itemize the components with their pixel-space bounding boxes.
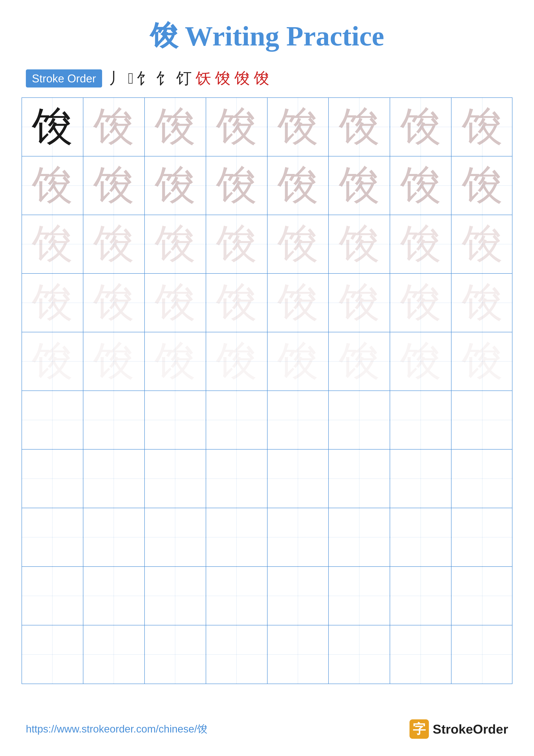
grid-row-1: 馂 馂 馂 馂 馂 馂 馂 馂	[22, 98, 512, 156]
grid-cell-5-8[interactable]: 馂	[451, 332, 513, 391]
grid-cell-9-6[interactable]	[329, 567, 390, 625]
grid-cell-3-5[interactable]: 馂	[267, 215, 329, 273]
grid-cell-6-5[interactable]	[267, 391, 329, 449]
grid-cell-8-8[interactable]	[451, 508, 513, 566]
grid-cell-4-6[interactable]: 馂	[329, 274, 390, 332]
page-title: 馂 Writing Practice	[0, 0, 534, 55]
grid-cell-10-8[interactable]	[451, 625, 513, 684]
grid-cell-8-7[interactable]	[390, 508, 451, 566]
grid-cell-6-6[interactable]	[329, 391, 390, 449]
grid-cell-5-3[interactable]: 馂	[145, 332, 206, 391]
stroke-sequence: 丿 𠂆 饣 饣 饤 饫 馂 馂 馂	[109, 68, 269, 89]
grid-cell-7-3[interactable]	[145, 449, 206, 508]
grid-row-4: 馂 馂 馂 馂 馂 馂 馂 馂	[22, 274, 512, 332]
grid-cell-9-2[interactable]	[83, 567, 145, 625]
stroke-8: 馂	[234, 68, 250, 89]
grid-cell-6-3[interactable]	[145, 391, 206, 449]
grid-cell-10-2[interactable]	[83, 625, 145, 684]
grid-cell-2-1[interactable]: 馂	[22, 156, 83, 215]
grid-cell-9-3[interactable]	[145, 567, 206, 625]
grid-cell-2-4[interactable]: 馂	[206, 156, 267, 215]
grid-cell-6-7[interactable]	[390, 391, 451, 449]
grid-cell-3-4[interactable]: 馂	[206, 215, 267, 273]
grid-cell-8-1[interactable]	[22, 508, 83, 566]
grid-cell-3-2[interactable]: 馂	[83, 215, 145, 273]
grid-cell-6-4[interactable]	[206, 391, 267, 449]
grid-cell-3-6[interactable]: 馂	[329, 215, 390, 273]
grid-cell-5-6[interactable]: 馂	[329, 332, 390, 391]
stroke-4: 饣	[157, 68, 172, 89]
grid-cell-10-4[interactable]	[206, 625, 267, 684]
grid-cell-7-2[interactable]	[83, 449, 145, 508]
grid-cell-2-5[interactable]: 馂	[267, 156, 329, 215]
stroke-1: 丿	[109, 68, 124, 89]
grid-cell-5-5[interactable]: 馂	[267, 332, 329, 391]
brand-icon: 字	[410, 719, 429, 739]
grid-cell-9-1[interactable]	[22, 567, 83, 625]
stroke-2: 𠂆	[128, 69, 134, 88]
brand-name: StrokeOrder	[433, 722, 508, 737]
grid-cell-7-5[interactable]	[267, 449, 329, 508]
grid-row-2: 馂 馂 馂 馂 馂 馂 馂 馂	[22, 156, 512, 215]
grid-cell-9-7[interactable]	[390, 567, 451, 625]
grid-cell-3-8[interactable]: 馂	[451, 215, 513, 273]
grid-cell-6-2[interactable]	[83, 391, 145, 449]
grid-cell-4-2[interactable]: 馂	[83, 274, 145, 332]
grid-cell-3-1[interactable]: 馂	[22, 215, 83, 273]
grid-cell-1-6[interactable]: 馂	[329, 98, 390, 156]
grid-cell-9-4[interactable]	[206, 567, 267, 625]
grid-cell-4-5[interactable]: 馂	[267, 274, 329, 332]
grid-cell-7-6[interactable]	[329, 449, 390, 508]
title-text: Writing Practice	[178, 20, 384, 51]
grid-cell-4-8[interactable]: 馂	[451, 274, 513, 332]
grid-cell-9-8[interactable]	[451, 567, 513, 625]
grid-cell-4-4[interactable]: 馂	[206, 274, 267, 332]
grid-cell-2-2[interactable]: 馂	[83, 156, 145, 215]
stroke-order-badge: Stroke Order	[26, 69, 102, 88]
grid-cell-6-1[interactable]	[22, 391, 83, 449]
grid-cell-4-3[interactable]: 馂	[145, 274, 206, 332]
grid-cell-2-8[interactable]: 馂	[451, 156, 513, 215]
grid-cell-2-7[interactable]: 馂	[390, 156, 451, 215]
grid-row-8	[22, 508, 512, 567]
grid-cell-1-4[interactable]: 馂	[206, 98, 267, 156]
grid-row-7	[22, 449, 512, 508]
grid-cell-2-3[interactable]: 馂	[145, 156, 206, 215]
writing-grid: 馂 馂 馂 馂 馂 馂 馂 馂 馂 馂 馂 馂 馂 馂 馂 馂 馂 馂 馂 馂 …	[21, 97, 513, 684]
grid-cell-8-2[interactable]	[83, 508, 145, 566]
grid-cell-4-1[interactable]: 馂	[22, 274, 83, 332]
grid-cell-7-4[interactable]	[206, 449, 267, 508]
grid-cell-5-2[interactable]: 馂	[83, 332, 145, 391]
grid-cell-10-7[interactable]	[390, 625, 451, 684]
grid-cell-8-3[interactable]	[145, 508, 206, 566]
grid-cell-10-6[interactable]	[329, 625, 390, 684]
grid-cell-1-2[interactable]: 馂	[83, 98, 145, 156]
grid-cell-2-6[interactable]: 馂	[329, 156, 390, 215]
grid-cell-10-5[interactable]	[267, 625, 329, 684]
grid-cell-1-1[interactable]: 馂	[22, 98, 83, 156]
grid-row-10	[22, 625, 512, 684]
grid-cell-8-4[interactable]	[206, 508, 267, 566]
grid-cell-6-8[interactable]	[451, 391, 513, 449]
grid-cell-8-6[interactable]	[329, 508, 390, 566]
grid-cell-1-3[interactable]: 馂	[145, 98, 206, 156]
stroke-7: 馂	[215, 68, 231, 89]
grid-cell-9-5[interactable]	[267, 567, 329, 625]
grid-cell-5-7[interactable]: 馂	[390, 332, 451, 391]
grid-cell-8-5[interactable]	[267, 508, 329, 566]
grid-row-3: 馂 馂 馂 馂 馂 馂 馂 馂	[22, 215, 512, 274]
grid-cell-7-8[interactable]	[451, 449, 513, 508]
grid-cell-1-5[interactable]: 馂	[267, 98, 329, 156]
grid-cell-5-4[interactable]: 馂	[206, 332, 267, 391]
grid-cell-5-1[interactable]: 馂	[22, 332, 83, 391]
grid-cell-10-3[interactable]	[145, 625, 206, 684]
grid-cell-7-1[interactable]	[22, 449, 83, 508]
grid-cell-10-1[interactable]	[22, 625, 83, 684]
grid-row-5: 馂 馂 馂 馂 馂 馂 馂 馂	[22, 332, 512, 391]
grid-cell-3-7[interactable]: 馂	[390, 215, 451, 273]
grid-cell-7-7[interactable]	[390, 449, 451, 508]
grid-cell-3-3[interactable]: 馂	[145, 215, 206, 273]
grid-cell-1-7[interactable]: 馂	[390, 98, 451, 156]
grid-cell-4-7[interactable]: 馂	[390, 274, 451, 332]
grid-cell-1-8[interactable]: 馂	[451, 98, 513, 156]
